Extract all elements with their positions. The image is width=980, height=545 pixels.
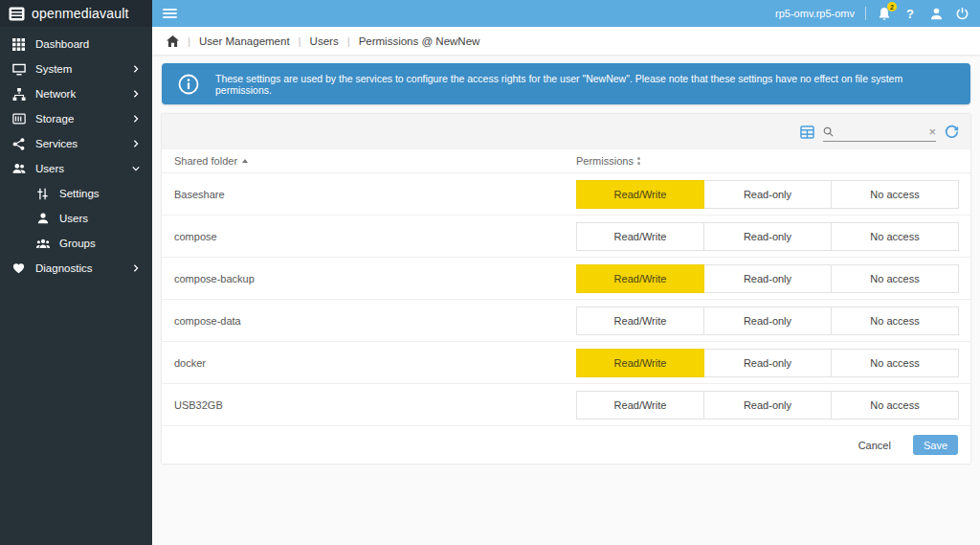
- sidebar-item-users-users[interactable]: Users: [0, 206, 152, 231]
- hostname: rp5-omv.rp5-omv: [775, 8, 855, 19]
- chevron-right-icon: [131, 139, 141, 148]
- shared-folder-name: USB32GB: [174, 399, 576, 411]
- permission-button-read-write[interactable]: Read/Write: [576, 349, 704, 377]
- breadcrumb-user-management[interactable]: User Management: [199, 35, 290, 47]
- app-title: openmediavault: [32, 6, 129, 21]
- dashboard-icon: [11, 37, 26, 52]
- breadcrumb-separator: |: [188, 35, 190, 47]
- breadcrumb-separator: |: [347, 35, 350, 47]
- permission-button-no-access[interactable]: No access: [831, 307, 959, 335]
- help-icon[interactable]: ?: [902, 6, 918, 21]
- info-icon: [178, 74, 199, 95]
- heart-icon: [11, 261, 26, 276]
- table-body: BaseshareRead/WriteRead-onlyNo accesscom…: [162, 173, 970, 426]
- users-submenu: Settings Users Groups: [0, 181, 152, 256]
- chevron-right-icon: [131, 89, 141, 99]
- search-box: ×: [823, 123, 936, 142]
- sidebar-item-network[interactable]: Network: [0, 81, 152, 106]
- shared-folder-name: Baseshare: [174, 189, 576, 200]
- breadcrumb-users[interactable]: Users: [310, 35, 339, 47]
- save-button[interactable]: Save: [913, 435, 958, 455]
- notification-badge: 2: [887, 2, 897, 11]
- chevron-right-icon: [131, 64, 141, 74]
- permission-button-no-access[interactable]: No access: [831, 391, 959, 420]
- groups-icon: [35, 237, 50, 251]
- permission-button-read-only[interactable]: Read-only: [703, 180, 832, 209]
- shared-folder-name: compose-data: [174, 315, 576, 327]
- search-input[interactable]: [837, 125, 924, 138]
- sliders-icon: [35, 187, 50, 201]
- permission-button-read-write[interactable]: Read/Write: [576, 307, 704, 335]
- search-icon: [823, 126, 834, 137]
- power-icon[interactable]: [954, 6, 969, 21]
- breadcrumb: | User Management | Users | Permissions …: [152, 27, 980, 55]
- permission-button-no-access[interactable]: No access: [831, 180, 959, 209]
- sidebar-item-system[interactable]: System: [0, 57, 152, 81]
- topbar: rp5-omv.rp5-omv 2 ?: [152, 0, 980, 27]
- sort-ascending-icon: [242, 159, 248, 163]
- monitor-icon: [11, 62, 26, 77]
- table-row: USB32GBRead/WriteRead-onlyNo access: [162, 384, 970, 426]
- main-area: rp5-omv.rp5-omv 2 ? | User Management | …: [152, 0, 980, 545]
- user-icon: [35, 212, 50, 226]
- sidebar-item-users[interactable]: Users: [0, 156, 152, 181]
- permission-button-read-write[interactable]: Read/Write: [576, 180, 704, 209]
- user-menu-icon[interactable]: [928, 6, 944, 21]
- notifications-bell-icon[interactable]: 2: [877, 6, 892, 21]
- sidebar-item-diagnostics[interactable]: Diagnostics: [0, 256, 152, 281]
- chevron-right-icon: [131, 263, 141, 273]
- info-banner: These settings are used by the services …: [162, 63, 970, 104]
- topbar-divider: [865, 7, 866, 20]
- permissions-button-group: Read/WriteRead-onlyNo access: [576, 222, 959, 251]
- permission-button-read-write[interactable]: Read/Write: [576, 264, 704, 293]
- shared-folder-name: compose-backup: [174, 273, 576, 284]
- permission-button-read-only[interactable]: Read-only: [703, 391, 832, 420]
- permission-button-read-only[interactable]: Read-only: [703, 264, 832, 293]
- permission-button-no-access[interactable]: No access: [831, 222, 959, 251]
- permission-button-no-access[interactable]: No access: [831, 264, 959, 293]
- permissions-button-group: Read/WriteRead-onlyNo access: [576, 307, 959, 335]
- table-row: composeRead/WriteRead-onlyNo access: [162, 216, 970, 258]
- table-row: BaseshareRead/WriteRead-onlyNo access: [162, 173, 970, 216]
- sidebar-item-users-groups[interactable]: Groups: [0, 231, 152, 256]
- permission-button-read-only[interactable]: Read-only: [703, 307, 832, 335]
- table-row: compose-backupRead/WriteRead-onlyNo acce…: [162, 258, 970, 300]
- table-row: compose-dataRead/WriteRead-onlyNo access: [162, 300, 970, 342]
- permissions-button-group: Read/WriteRead-onlyNo access: [576, 180, 959, 209]
- network-icon: [11, 87, 26, 102]
- column-header-shared-folder[interactable]: Shared folder: [174, 155, 576, 167]
- permission-button-read-write[interactable]: Read/Write: [576, 391, 704, 420]
- clear-search-icon[interactable]: ×: [928, 125, 936, 138]
- sidebar-item-services[interactable]: Services: [0, 131, 152, 156]
- share-icon: [11, 137, 26, 151]
- chevron-right-icon: [131, 114, 141, 124]
- reload-icon[interactable]: [945, 125, 959, 139]
- menu-toggle-icon[interactable]: [163, 9, 177, 18]
- permission-button-read-only[interactable]: Read-only: [703, 349, 832, 377]
- permissions-card: × Shared folder Permissions BaseshareRea…: [162, 114, 970, 464]
- permission-button-read-only[interactable]: Read-only: [703, 222, 832, 251]
- app-logo: openmediavault: [0, 0, 152, 27]
- table-toolbar: ×: [162, 114, 970, 149]
- sidebar-item-users-settings[interactable]: Settings: [0, 181, 152, 206]
- sidebar-nav: Dashboard System Network Storage: [0, 27, 152, 281]
- sort-idle-icon: [637, 157, 640, 165]
- users-icon: [11, 162, 26, 176]
- shared-folder-name: compose: [174, 231, 576, 242]
- sidebar-item-storage[interactable]: Storage: [0, 106, 152, 131]
- permissions-button-group: Read/WriteRead-onlyNo access: [576, 349, 959, 377]
- sidebar-item-dashboard[interactable]: Dashboard: [0, 32, 152, 57]
- shared-folder-name: docker: [174, 357, 576, 369]
- column-picker-icon[interactable]: [800, 125, 814, 139]
- permission-button-read-write[interactable]: Read/Write: [576, 222, 704, 251]
- home-icon[interactable]: [167, 35, 179, 47]
- cancel-button[interactable]: Cancel: [853, 439, 897, 452]
- info-banner-text: These settings are used by the services …: [215, 73, 954, 96]
- breadcrumb-current-page: Permissions @ NewNew: [359, 35, 480, 47]
- chevron-down-icon: [131, 164, 141, 173]
- permission-button-no-access[interactable]: No access: [831, 349, 959, 377]
- sidebar: openmediavault Dashboard System Network: [0, 0, 152, 545]
- openmediavault-logo-icon: [9, 7, 25, 21]
- content: These settings are used by the services …: [152, 55, 980, 545]
- column-header-permissions[interactable]: Permissions: [576, 155, 640, 167]
